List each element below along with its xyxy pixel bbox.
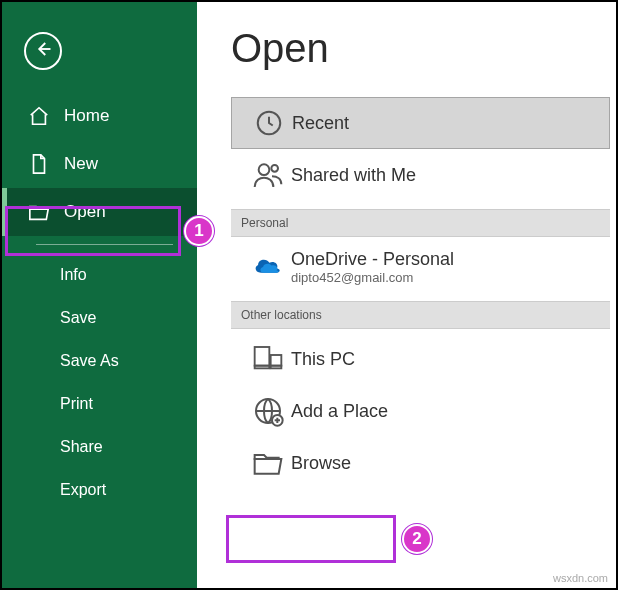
sidebar-item-new[interactable]: New [2, 140, 197, 188]
watermark: wsxdn.com [553, 572, 608, 584]
backstage-window: Home New Open Info Save S [0, 0, 618, 590]
sidebar-item-label: Home [64, 106, 109, 126]
new-document-icon [28, 153, 50, 175]
location-sublabel: dipto452@gmail.com [291, 270, 454, 285]
open-folder-icon [28, 201, 50, 223]
location-label: Browse [291, 453, 351, 474]
sidebar-item-open[interactable]: Open [2, 188, 197, 236]
sidebar-item-label: Open [64, 202, 106, 222]
this-pc-icon [245, 343, 291, 375]
back-button[interactable] [24, 32, 62, 70]
sidebar: Home New Open Info Save S [2, 2, 197, 588]
sidebar-item-label: Export [60, 481, 106, 499]
svg-rect-6 [271, 366, 282, 369]
callout-number-1: 1 [184, 216, 214, 246]
callout-number-2: 2 [402, 524, 432, 554]
section-header-other: Other locations [231, 301, 610, 329]
location-onedrive[interactable]: OneDrive - Personal dipto452@gmail.com [231, 241, 610, 293]
location-add-place[interactable]: Add a Place [231, 385, 610, 437]
clock-icon [246, 108, 292, 138]
location-label: Add a Place [291, 401, 388, 422]
sidebar-item-label: Print [60, 395, 93, 413]
svg-rect-5 [255, 366, 270, 369]
people-icon [245, 159, 291, 191]
svg-rect-3 [255, 347, 270, 366]
sidebar-item-label: Save [60, 309, 96, 327]
back-arrow-icon [34, 40, 52, 62]
sidebar-item-label: Save As [60, 352, 119, 370]
browse-folder-icon [245, 447, 291, 479]
sidebar-item-home[interactable]: Home [2, 92, 197, 140]
sidebar-item-export[interactable]: Export [2, 468, 197, 511]
sidebar-item-label: Share [60, 438, 103, 456]
add-place-icon [245, 395, 291, 427]
location-shared[interactable]: Shared with Me [231, 149, 610, 201]
section-header-personal: Personal [231, 209, 610, 237]
sidebar-item-save[interactable]: Save [2, 296, 197, 339]
main-panel: Open Recent Shared with Me Perso [197, 2, 616, 588]
location-this-pc[interactable]: This PC [231, 333, 610, 385]
location-label: OneDrive - Personal [291, 249, 454, 270]
sidebar-item-share[interactable]: Share [2, 425, 197, 468]
sidebar-item-label: Info [60, 266, 87, 284]
location-label: This PC [291, 349, 355, 370]
svg-point-1 [259, 164, 270, 175]
onedrive-icon [245, 255, 291, 279]
sidebar-item-info[interactable]: Info [2, 253, 197, 296]
sidebar-item-print[interactable]: Print [2, 382, 197, 425]
location-browse[interactable]: Browse [231, 437, 610, 489]
page-title: Open [231, 26, 616, 71]
sidebar-item-label: New [64, 154, 98, 174]
location-label: Recent [292, 113, 349, 134]
svg-rect-4 [271, 355, 282, 366]
svg-point-2 [271, 165, 278, 172]
sidebar-divider [36, 244, 173, 245]
sidebar-item-save-as[interactable]: Save As [2, 339, 197, 382]
location-recent[interactable]: Recent [231, 97, 610, 149]
home-icon [28, 105, 50, 127]
location-label: Shared with Me [291, 165, 416, 186]
